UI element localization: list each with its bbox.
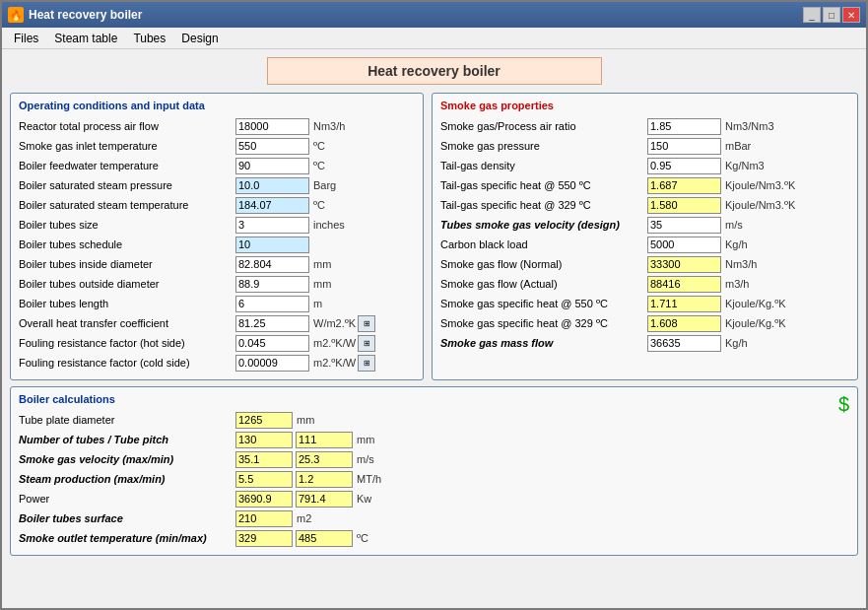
- unit-tubes-length: m: [313, 298, 322, 309]
- unit-steam-temp: ºC: [313, 199, 325, 211]
- unit-specific-heat-550: Kjoule/Kg.ºK: [725, 298, 786, 309]
- unit-gas-velocity: m/s: [357, 453, 374, 465]
- label-feedwater-temp: Boiler feedwater temperature: [19, 160, 235, 171]
- input-feedwater-temp[interactable]: [235, 158, 309, 174]
- input-tube-pitch[interactable]: [296, 432, 353, 448]
- input-fouling-cold[interactable]: [235, 355, 309, 372]
- fouling-hot-btn[interactable]: ⊞: [358, 335, 375, 352]
- input-velocity-design[interactable]: [647, 217, 721, 234]
- unit-gas-pressure: mBar: [725, 140, 751, 152]
- input-tubes-size[interactable]: [235, 217, 309, 234]
- content-area: Heat recovery boiler Operating condition…: [2, 49, 866, 608]
- input-tail-density[interactable]: [647, 158, 721, 174]
- input-inlet-temp[interactable]: [235, 138, 309, 155]
- input-power-min[interactable]: [296, 491, 353, 508]
- label-inlet-temp: Smoke gas inlet temperature: [19, 140, 235, 152]
- input-gas-flow-actual[interactable]: [647, 276, 721, 293]
- row-gas-pressure: Smoke gas pressure mBar: [440, 137, 849, 155]
- label-tube-plate: Tube plate diameter: [19, 414, 235, 426]
- menu-design[interactable]: Design: [173, 30, 226, 47]
- input-gas-vel-min[interactable]: [296, 451, 353, 468]
- label-air-ratio: Smoke gas/Process air ratio: [440, 120, 647, 132]
- close-button[interactable]: ✕: [842, 7, 860, 23]
- row-gas-flow-normal: Smoke gas flow (Normal) Nm3/h: [440, 255, 849, 273]
- row-heat-transfer: Overall heat transfer coefficient W/m2.º…: [19, 314, 415, 332]
- row-boiler-surface: Boiler tubes surface m2: [19, 509, 381, 527]
- label-gas-pressure: Smoke gas pressure: [440, 140, 647, 152]
- row-power: Power Kw: [19, 490, 381, 508]
- unit-tail-heat-329: Kjoule/Nm3.ºK: [725, 199, 795, 211]
- input-num-tubes[interactable]: [235, 432, 293, 448]
- input-boiler-surface[interactable]: [235, 510, 293, 527]
- input-smoke-out-min[interactable]: [235, 530, 293, 547]
- input-steam-temp[interactable]: [235, 197, 309, 214]
- row-tail-density: Tail-gas density Kg/Nm3: [440, 157, 849, 174]
- row-air-ratio: Smoke gas/Process air ratio Nm3/Nm3: [440, 117, 849, 135]
- input-inside-diameter[interactable]: [235, 256, 309, 273]
- input-gas-vel-max[interactable]: [235, 451, 293, 468]
- label-fouling-cold: Fouling resistance factor (cold side): [19, 357, 235, 369]
- title-buttons: _ □ ✕: [803, 7, 860, 23]
- unit-inside-diameter: mm: [313, 258, 331, 270]
- bottom-panel: Boiler calculations Tube plate diameter …: [10, 386, 858, 556]
- input-fouling-hot[interactable]: [235, 335, 309, 352]
- row-outside-diameter: Boiler tubes outside diameter mm: [19, 275, 415, 293]
- input-air-flow[interactable]: [235, 118, 309, 135]
- input-power-max[interactable]: [235, 491, 293, 508]
- input-heat-transfer[interactable]: [235, 315, 309, 332]
- label-gas-flow-actual: Smoke gas flow (Actual): [440, 278, 647, 290]
- minimize-button[interactable]: _: [803, 7, 821, 23]
- menu-steam-table[interactable]: Steam table: [46, 30, 125, 47]
- label-num-tubes: Number of tubes / Tube pitch: [19, 434, 235, 445]
- unit-fouling-hot: m2.ºK/W: [313, 337, 356, 349]
- label-mass-flow: Smoke gas mass flow: [440, 337, 647, 349]
- input-carbon-black[interactable]: [647, 237, 721, 253]
- maximize-button[interactable]: □: [823, 7, 840, 23]
- row-feedwater-temp: Boiler feedwater temperature ºC: [19, 157, 415, 174]
- window-title: Heat recovery boiler: [29, 8, 142, 22]
- row-tubes-length: Boiler tubes length m: [19, 295, 415, 312]
- row-gas-flow-actual: Smoke gas flow (Actual) m3/h: [440, 275, 849, 293]
- input-specific-heat-329[interactable]: [647, 315, 721, 332]
- row-carbon-black: Carbon black load Kg/h: [440, 236, 849, 253]
- label-velocity-design: Tubes smoke gas velocity (design): [440, 219, 647, 231]
- input-gas-flow-normal[interactable]: [647, 256, 721, 273]
- label-outside-diameter: Boiler tubes outside diameter: [19, 278, 235, 290]
- input-steam-prod-max[interactable]: [235, 471, 293, 488]
- unit-feedwater-temp: ºC: [313, 160, 325, 171]
- label-inside-diameter: Boiler tubes inside diameter: [19, 258, 235, 270]
- input-mass-flow[interactable]: [647, 335, 721, 352]
- label-gas-flow-normal: Smoke gas flow (Normal): [440, 258, 647, 270]
- input-gas-pressure[interactable]: [647, 138, 721, 155]
- input-tail-heat-550[interactable]: [647, 177, 721, 194]
- input-tail-heat-329[interactable]: [647, 197, 721, 214]
- input-steam-prod-min[interactable]: [296, 471, 353, 488]
- bottom-panel-title: Boiler calculations: [19, 393, 833, 405]
- row-tubes-size: Boiler tubes size inches: [19, 216, 415, 234]
- unit-steam-pressure: Barg: [313, 179, 336, 191]
- unit-outside-diameter: mm: [313, 278, 331, 290]
- fouling-cold-btn[interactable]: ⊞: [358, 355, 375, 372]
- row-tubes-schedule: Boiler tubes schedule: [19, 236, 415, 253]
- menu-files[interactable]: Files: [6, 30, 46, 47]
- row-tail-heat-550: Tail-gas specific heat @ 550 ºC Kjoule/N…: [440, 176, 849, 194]
- input-steam-pressure[interactable]: [235, 177, 309, 194]
- row-steam-temp: Boiler saturated steam temperature ºC: [19, 196, 415, 214]
- label-steam-production: Steam production (max/min): [19, 473, 235, 485]
- label-steam-temp: Boiler saturated steam temperature: [19, 199, 235, 211]
- input-smoke-out-max[interactable]: [296, 530, 353, 547]
- input-tube-plate[interactable]: [235, 412, 293, 429]
- input-tubes-length[interactable]: [235, 296, 309, 312]
- unit-boiler-surface: m2: [297, 512, 311, 524]
- input-outside-diameter[interactable]: [235, 276, 309, 293]
- unit-gas-flow-normal: Nm3/h: [725, 258, 757, 270]
- dollar-icon[interactable]: $: [838, 393, 849, 416]
- input-specific-heat-550[interactable]: [647, 296, 721, 312]
- input-air-ratio[interactable]: [647, 118, 721, 135]
- heat-transfer-btn[interactable]: ⊞: [358, 315, 375, 332]
- row-specific-heat-550: Smoke gas specific heat @ 550 ºC Kjoule/…: [440, 295, 849, 312]
- app-icon: 🔥: [8, 7, 24, 23]
- menu-tubes[interactable]: Tubes: [125, 30, 173, 47]
- page-title: Heat recovery boiler: [267, 57, 602, 85]
- input-tubes-schedule[interactable]: [235, 237, 309, 253]
